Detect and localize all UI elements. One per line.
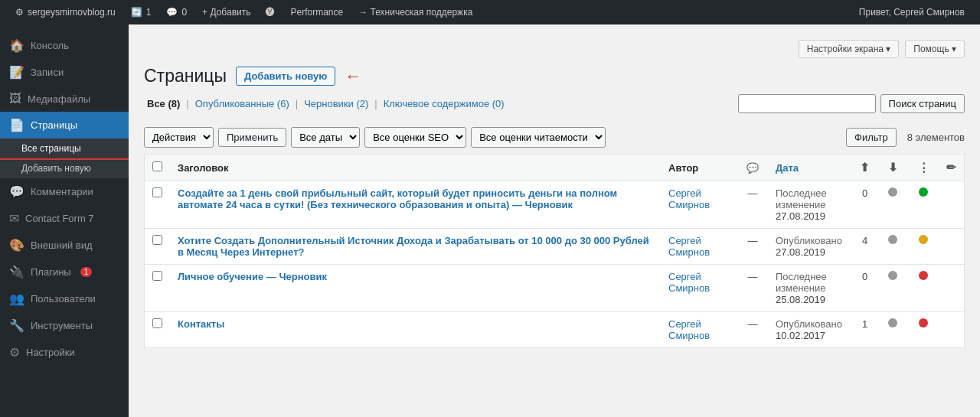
row-seo-dot-cell xyxy=(877,229,908,265)
row-comments-cell: — xyxy=(737,265,768,312)
sidebar-item-appearance[interactable]: 🎨 Внешний вид xyxy=(0,232,129,259)
readability-select[interactable]: Все оценки читаемости xyxy=(471,127,606,148)
page-title-link[interactable]: Создайте за 1 день свой прибыльный сайт,… xyxy=(178,187,617,210)
sidebar-item-console[interactable]: 🏠 Консоль xyxy=(0,32,129,59)
row-edit-cell xyxy=(939,265,965,312)
sidebar-label-plugins: Плагины xyxy=(31,266,71,278)
row-edit-cell xyxy=(939,229,965,265)
comment-dash: — xyxy=(748,235,758,246)
filter-tabs: Все (8) | Опубликованные (6) | Черновики… xyxy=(144,98,508,109)
sidebar-label-users: Пользователи xyxy=(31,293,96,305)
media-icon: 🖼 xyxy=(9,92,21,106)
readability-dot xyxy=(919,235,928,244)
sidebar-subitem-add-new[interactable]: Добавить новую xyxy=(0,158,129,178)
row-author-cell: Сергей Смирнов xyxy=(661,265,737,312)
seo-dot xyxy=(888,318,897,327)
row-title-cell: Личное обучение — Черновик xyxy=(170,265,661,312)
th-author-label: Автор xyxy=(668,162,698,174)
actions-select[interactable]: Действия xyxy=(144,127,214,148)
apply-button[interactable]: Применить xyxy=(218,128,286,147)
filter-tab-published[interactable]: Опубликованные (6) xyxy=(192,98,292,109)
row-read-dot-cell xyxy=(908,312,939,348)
author-link[interactable]: Сергей Смирнов xyxy=(668,271,710,294)
help-button[interactable]: Помощь ▾ xyxy=(905,40,965,58)
sidebar-item-media[interactable]: 🖼 Медиафайлы xyxy=(0,86,129,112)
page-title-link[interactable]: Хотите Создать Дополнительный Источник Д… xyxy=(178,235,649,258)
cf7-icon: ✉ xyxy=(9,211,19,226)
row-comment-count-cell: 0 xyxy=(852,181,877,229)
sidebar-label-cf7: Contact Form 7 xyxy=(25,213,94,224)
sidebar-label-appearance: Внешний вид xyxy=(31,239,93,251)
row-checkbox[interactable] xyxy=(152,235,162,245)
th-more[interactable]: ⋮ xyxy=(908,155,939,181)
comments-icon: 💬 xyxy=(9,184,24,199)
row-comment-count-cell: 1 xyxy=(852,312,877,348)
row-author-cell: Сергей Смирнов xyxy=(661,229,737,265)
th-date[interactable]: Дата xyxy=(768,155,852,181)
date-label: Последнее изменение xyxy=(776,187,827,210)
filter-tab-key[interactable]: Ключевое содержимое (0) xyxy=(381,98,508,109)
seo-down-icon: ⬇ xyxy=(888,161,898,174)
admin-bar-yoast[interactable]: 🅨 xyxy=(258,0,283,24)
comment-dash: — xyxy=(748,271,758,282)
sidebar-item-users[interactable]: 👥 Пользователи xyxy=(0,285,129,312)
row-date-cell: Последнее изменение 27.08.2019 xyxy=(768,181,852,229)
admin-bar: ⚙ sergeysmirnovblog.ru 🔄 1 💬 0 + Добавит… xyxy=(0,0,980,24)
seo-select[interactable]: Все оценки SEO xyxy=(364,127,466,148)
comment-count: 4 xyxy=(862,235,867,246)
row-read-dot-cell xyxy=(908,181,939,229)
admin-bar-support[interactable]: → Техническая поддержка xyxy=(351,0,480,24)
add-new-button[interactable]: Добавить новую xyxy=(236,67,335,86)
admin-bar-site[interactable]: ⚙ sergeysmirnovblog.ru xyxy=(8,0,123,24)
author-link[interactable]: Сергей Смирнов xyxy=(668,235,710,258)
sidebar-item-settings[interactable]: ⚙ Настройки xyxy=(0,339,129,366)
posts-icon: 📝 xyxy=(9,65,24,80)
sidebar-subitem-all-pages[interactable]: Все страницы xyxy=(0,138,129,158)
tools-icon: 🔧 xyxy=(9,318,24,333)
row-date-cell: Опубликовано 10.02.2017 xyxy=(768,312,852,348)
row-comments-cell: — xyxy=(737,229,768,265)
row-checkbox[interactable] xyxy=(152,271,162,281)
select-all-checkbox[interactable] xyxy=(152,161,162,171)
author-link[interactable]: Сергей Смирнов xyxy=(668,187,710,210)
comment-icon: 💬 xyxy=(166,7,178,18)
page-title-link[interactable]: Контакты xyxy=(178,318,224,330)
admin-bar-updates[interactable]: 🔄 1 xyxy=(123,0,159,24)
wp-icon: ⚙ xyxy=(15,7,24,18)
th-seo-down[interactable]: ⬇ xyxy=(877,155,908,181)
admin-bar-performance[interactable]: Performance xyxy=(283,0,351,24)
dates-select[interactable]: Все даты xyxy=(291,127,360,148)
sidebar-item-pages[interactable]: 📄 Страницы xyxy=(0,112,129,138)
th-edit[interactable]: ✏ xyxy=(939,155,965,181)
seo-dot xyxy=(888,187,897,197)
screen-options-button[interactable]: Настройки экрана ▾ xyxy=(799,40,900,58)
th-seo-up[interactable]: ⬆ xyxy=(852,155,877,181)
row-checkbox[interactable] xyxy=(152,187,162,197)
page-title-link[interactable]: Личное обучение — Черновик xyxy=(178,271,327,282)
author-link[interactable]: Сергей Смирнов xyxy=(668,318,710,341)
row-edit-cell xyxy=(939,181,965,229)
sidebar-item-plugins[interactable]: 🔌 Плагины 1 xyxy=(0,259,129,285)
search-input[interactable] xyxy=(738,94,876,113)
sidebar-item-tools[interactable]: 🔧 Инструменты xyxy=(0,312,129,339)
filter-tab-all[interactable]: Все (8) xyxy=(144,98,183,109)
pages-icon: 📄 xyxy=(9,118,24,132)
sidebar-item-comments[interactable]: 💬 Комментарии xyxy=(0,178,129,205)
page-header: Страницы Добавить новую ← xyxy=(144,66,965,86)
plugins-icon: 🔌 xyxy=(9,265,24,279)
sidebar-item-posts[interactable]: 📝 Записи xyxy=(0,59,129,86)
row-checkbox-cell xyxy=(145,181,171,229)
admin-bar-add[interactable]: + Добавить xyxy=(194,0,258,24)
admin-bar-comments[interactable]: 💬 0 xyxy=(158,0,194,24)
filter-button[interactable]: Фильтр xyxy=(846,128,897,147)
filter-tab-drafts[interactable]: Черновики (2) xyxy=(301,98,371,109)
date-value: 25.08.2019 xyxy=(776,294,825,305)
sidebar-item-contact-form-7[interactable]: ✉ Contact Form 7 xyxy=(0,205,129,232)
screen-options-bar: Настройки экрана ▾ Помощь ▾ xyxy=(144,40,965,58)
filter-and-search-row: Все (8) | Опубликованные (6) | Черновики… xyxy=(144,94,965,121)
sidebar-label-posts: Записи xyxy=(31,67,64,78)
comment-count: 0 xyxy=(862,187,867,199)
main-layout: 🏠 Консоль 📝 Записи 🖼 Медиафайлы 📄 Страни… xyxy=(0,24,980,417)
search-button[interactable]: Поиск страниц xyxy=(880,94,965,113)
row-checkbox[interactable] xyxy=(152,318,162,328)
